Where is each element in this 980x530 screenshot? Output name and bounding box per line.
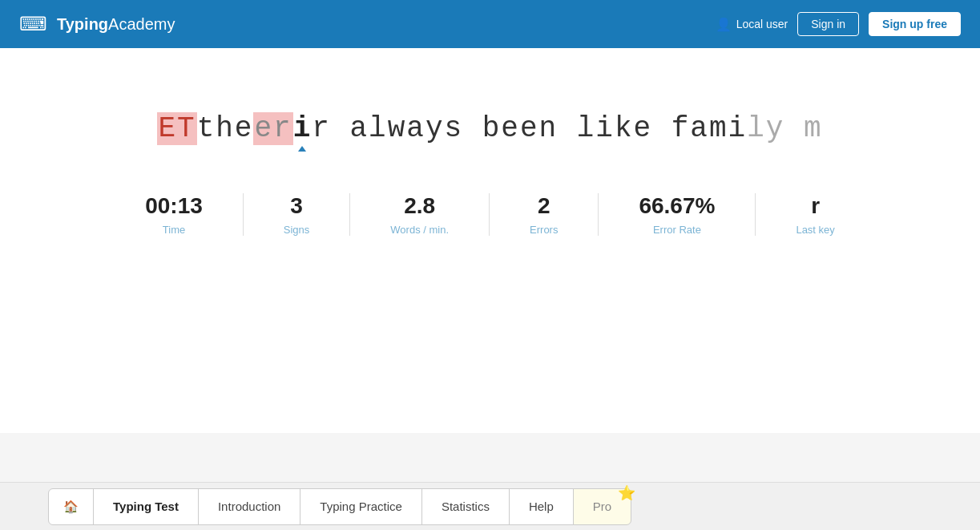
stat-error-rate: 66.67% Error Rate — [599, 193, 756, 236]
logo-area: ⌨ TypingAcademy — [19, 13, 175, 35]
stat-last-key-label: Last key — [796, 224, 834, 236]
nav-introduction-label: Introduction — [218, 500, 280, 513]
nav-typing-test[interactable]: Typing Test — [93, 488, 199, 525]
bottom-nav: 🏠 Typing Test Introduction Typing Practi… — [0, 482, 980, 530]
stat-wpm-label: Words / min. — [390, 224, 449, 236]
nav-help[interactable]: Help — [509, 488, 574, 525]
star-icon: ⭐ — [618, 484, 635, 502]
nav-statistics-label: Statistics — [442, 500, 490, 513]
stat-signs-value: 3 — [290, 193, 303, 219]
current-char: i — [293, 112, 313, 145]
nav-introduction[interactable]: Introduction — [198, 488, 300, 525]
nav-pro[interactable]: Pro ⭐ — [573, 488, 631, 525]
stat-signs-label: Signs — [284, 224, 310, 236]
stat-signs: 3 Signs — [244, 193, 351, 236]
nav-pro-label: Pro — [593, 500, 611, 513]
stat-last-key-value: r — [811, 193, 820, 219]
typing-display: ETtheerir always been like family m — [157, 112, 822, 145]
stat-error-rate-label: Error Rate — [653, 224, 701, 236]
nav-statistics[interactable]: Statistics — [421, 488, 510, 525]
stat-errors-label: Errors — [530, 224, 558, 236]
home-icon: 🏠 — [63, 500, 79, 514]
header-actions: 👤 Local user Sign in Sign up free — [716, 12, 961, 36]
stat-wpm: 2.8 Words / min. — [350, 193, 490, 236]
stat-error-rate-value: 66.67% — [639, 193, 715, 219]
stat-time: 00:13 Time — [105, 193, 244, 236]
typed-normal-chars: the — [197, 112, 254, 145]
keyboard-icon: ⌨ — [19, 13, 47, 35]
app-header: ⌨ TypingAcademy 👤 Local user Sign in Sig… — [0, 0, 980, 48]
stats-row: 00:13 Time 3 Signs 2.8 Words / min. 2 Er… — [105, 193, 875, 236]
nav-typing-practice[interactable]: Typing Practice — [300, 488, 422, 525]
stat-time-label: Time — [163, 224, 185, 236]
nav-help-label: Help — [529, 500, 554, 513]
signin-button[interactable]: Sign in — [797, 12, 859, 36]
username-label: Local user — [736, 18, 788, 30]
fade-chars: ly m — [747, 112, 822, 145]
typed-error-chars: ET — [157, 112, 196, 145]
stat-time-value: 00:13 — [145, 193, 203, 219]
signup-button[interactable]: Sign up free — [869, 12, 961, 36]
typed-highlight-chars: er — [253, 112, 292, 145]
stat-wpm-value: 2.8 — [404, 193, 435, 219]
main-content: ETtheerir always been like family m 00:1… — [0, 48, 980, 433]
user-icon: 👤 — [716, 17, 732, 32]
stat-errors-value: 2 — [538, 193, 550, 219]
stat-last-key: r Last key — [756, 193, 874, 236]
pending-chars: r always been like fami — [312, 112, 747, 145]
user-info: 👤 Local user — [716, 17, 788, 32]
app-title: TypingAcademy — [57, 15, 175, 34]
stat-errors: 2 Errors — [490, 193, 599, 236]
nav-typing-test-label: Typing Test — [113, 500, 179, 513]
nav-home[interactable]: 🏠 — [48, 488, 94, 525]
nav-typing-practice-label: Typing Practice — [320, 500, 402, 513]
